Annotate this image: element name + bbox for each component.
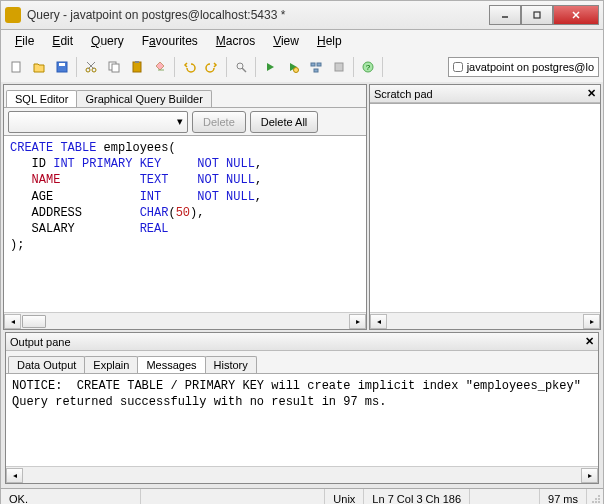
scroll-left-icon[interactable]: ◂: [6, 468, 23, 483]
menu-help[interactable]: Help: [309, 32, 350, 50]
menu-favourites[interactable]: Favourites: [134, 32, 206, 50]
tab-sql-editor[interactable]: SQL Editor: [6, 90, 77, 107]
new-icon[interactable]: [5, 56, 27, 78]
output-tabs: Data Output Explain Messages History: [6, 351, 598, 373]
sql-editor[interactable]: CREATE TABLE employees( ID INT PRIMARY K…: [4, 135, 366, 312]
scroll-left-icon[interactable]: ◂: [4, 314, 21, 329]
svg-rect-21: [314, 69, 318, 72]
content-area: SQL Editor Graphical Query Builder ▾ Del…: [0, 82, 604, 332]
svg-rect-6: [59, 63, 65, 66]
execute-icon[interactable]: [259, 56, 281, 78]
svg-rect-20: [317, 63, 321, 66]
scroll-right-icon[interactable]: ▸: [583, 314, 600, 329]
editor-toolbar: ▾ Delete Delete All: [4, 107, 366, 135]
stop-icon[interactable]: [328, 56, 350, 78]
explain-icon[interactable]: [305, 56, 327, 78]
maximize-button[interactable]: [521, 5, 553, 25]
svg-text:?: ?: [366, 63, 371, 72]
editor-hscroll[interactable]: ◂ ▸: [4, 312, 366, 329]
tab-data-output[interactable]: Data Output: [8, 356, 85, 373]
close-button[interactable]: [553, 5, 599, 25]
scroll-thumb[interactable]: [22, 315, 46, 328]
connection-checkbox[interactable]: [453, 62, 463, 72]
find-icon[interactable]: [230, 56, 252, 78]
svg-rect-4: [12, 62, 20, 72]
menu-macros[interactable]: Macros: [208, 32, 263, 50]
scratch-pane: Scratch pad ✕ ◂ ▸: [369, 84, 601, 330]
output-hscroll[interactable]: ◂ ▸: [6, 466, 598, 483]
menu-edit[interactable]: Edit: [44, 32, 81, 50]
tab-graphical-builder[interactable]: Graphical Query Builder: [76, 90, 211, 107]
svg-rect-22: [335, 63, 343, 71]
menu-view[interactable]: View: [265, 32, 307, 50]
execute-pg-icon[interactable]: [282, 56, 304, 78]
svg-point-29: [595, 501, 597, 503]
toolbar: ? javatpoint on postgres@lo: [0, 52, 604, 82]
cut-icon[interactable]: [80, 56, 102, 78]
svg-point-26: [595, 498, 597, 500]
open-icon[interactable]: [28, 56, 50, 78]
scratch-hscroll[interactable]: ◂ ▸: [370, 312, 600, 329]
svg-point-25: [598, 495, 600, 497]
app-icon: [5, 7, 21, 23]
tab-history[interactable]: History: [205, 356, 257, 373]
menubar: File Edit Query Favourites Macros View H…: [0, 30, 604, 52]
paste-icon[interactable]: [126, 56, 148, 78]
chevron-down-icon: ▾: [177, 115, 183, 128]
connection-combo[interactable]: javatpoint on postgres@lo: [448, 57, 599, 77]
status-eol: Unix: [325, 489, 364, 504]
svg-point-27: [598, 498, 600, 500]
svg-line-17: [242, 68, 246, 72]
svg-rect-1: [534, 12, 540, 18]
scratch-header: Scratch pad ✕: [370, 85, 600, 103]
status-rows: [470, 489, 540, 504]
svg-rect-13: [133, 62, 141, 72]
svg-point-28: [592, 501, 594, 503]
scroll-right-icon[interactable]: ▸: [581, 468, 598, 483]
minimize-button[interactable]: [489, 5, 521, 25]
delete-button[interactable]: Delete: [192, 111, 246, 133]
status-time: 97 ms: [540, 489, 587, 504]
svg-rect-12: [112, 64, 119, 72]
delete-all-button[interactable]: Delete All: [250, 111, 318, 133]
status-ok: OK.: [1, 489, 141, 504]
clear-icon[interactable]: [149, 56, 171, 78]
svg-rect-19: [311, 63, 315, 66]
resize-grip-icon[interactable]: [587, 492, 603, 504]
scratch-body[interactable]: [370, 103, 600, 312]
scroll-left-icon[interactable]: ◂: [370, 314, 387, 329]
editor-tabs: SQL Editor Graphical Query Builder: [4, 85, 366, 107]
output-close-icon[interactable]: ✕: [585, 335, 594, 348]
redo-icon[interactable]: [201, 56, 223, 78]
tab-explain[interactable]: Explain: [84, 356, 138, 373]
statusbar: OK. Unix Ln 7 Col 3 Ch 186 97 ms: [0, 488, 604, 504]
scratch-title: Scratch pad: [374, 88, 433, 100]
output-title: Output pane: [10, 336, 71, 348]
undo-icon[interactable]: [178, 56, 200, 78]
svg-rect-14: [135, 61, 139, 63]
svg-point-30: [598, 501, 600, 503]
help-icon[interactable]: ?: [357, 56, 379, 78]
svg-point-18: [294, 68, 299, 73]
save-icon[interactable]: [51, 56, 73, 78]
editor-pane: SQL Editor Graphical Query Builder ▾ Del…: [3, 84, 367, 330]
tab-messages[interactable]: Messages: [137, 356, 205, 373]
output-pane: Output pane ✕ Data Output Explain Messag…: [5, 332, 599, 484]
history-combo[interactable]: ▾: [8, 111, 188, 133]
window-title: Query - javatpoint on postgres@localhost…: [27, 8, 489, 22]
menu-file[interactable]: File: [7, 32, 42, 50]
scratch-close-icon[interactable]: ✕: [587, 87, 596, 100]
status-position: Ln 7 Col 3 Ch 186: [364, 489, 470, 504]
connection-label: javatpoint on postgres@lo: [467, 61, 594, 73]
menu-query[interactable]: Query: [83, 32, 132, 50]
output-header: Output pane ✕: [6, 333, 598, 351]
output-messages[interactable]: NOTICE: CREATE TABLE / PRIMARY KEY will …: [6, 373, 598, 466]
scroll-right-icon[interactable]: ▸: [349, 314, 366, 329]
copy-icon[interactable]: [103, 56, 125, 78]
window-titlebar: Query - javatpoint on postgres@localhost…: [0, 0, 604, 30]
